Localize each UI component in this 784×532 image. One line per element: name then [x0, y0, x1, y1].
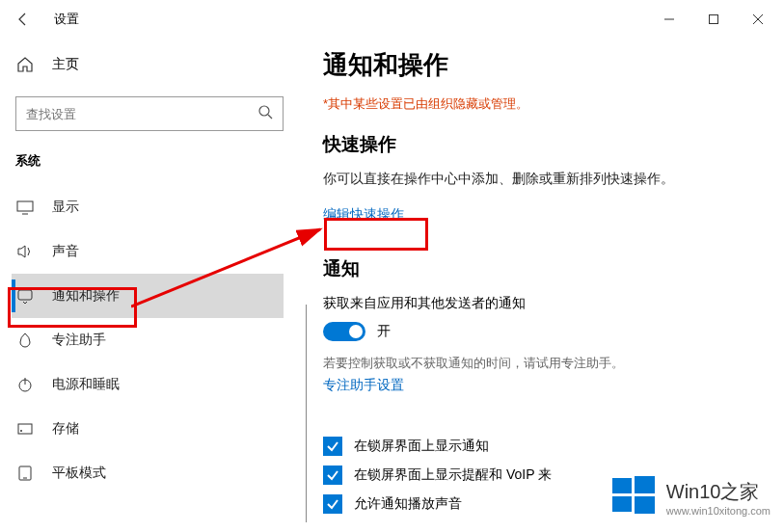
- nav-label: 声音: [52, 243, 79, 260]
- svg-rect-4: [17, 201, 33, 211]
- checkbox-lockscreen-notify[interactable]: [323, 437, 342, 456]
- watermark-brand: Win10之家: [666, 479, 770, 505]
- svg-rect-16: [612, 496, 632, 512]
- check-label: 允许通知播放声音: [354, 495, 462, 513]
- svg-rect-1: [710, 15, 718, 24]
- svg-point-2: [259, 106, 269, 116]
- nav-item-power[interactable]: 电源和睡眠: [12, 362, 284, 407]
- notifications-icon: [15, 287, 35, 305]
- nav-label: 通知和操作: [52, 287, 120, 305]
- policy-warning: *其中某些设置已由组织隐藏或管理。: [323, 95, 765, 113]
- nav-label: 电源和睡眠: [52, 376, 120, 393]
- notifications-heading: 通知: [323, 256, 765, 281]
- storage-icon: [15, 420, 35, 438]
- back-button[interactable]: [4, 0, 42, 39]
- home-link[interactable]: 主页: [15, 46, 284, 83]
- nav-item-notifications[interactable]: 通知和操作: [12, 274, 284, 318]
- focus-icon: [15, 332, 35, 349]
- display-icon: [15, 199, 35, 216]
- svg-rect-14: [612, 478, 632, 493]
- svg-rect-9: [18, 424, 32, 434]
- focus-assist-link[interactable]: 专注助手设置: [323, 377, 404, 394]
- nav-label: 专注助手: [52, 332, 106, 349]
- nav-label: 存储: [52, 420, 79, 438]
- divider: [306, 305, 307, 522]
- minimize-button[interactable]: [647, 4, 691, 35]
- checkbox-lockscreen-voip[interactable]: [323, 466, 342, 485]
- svg-rect-6: [18, 290, 32, 300]
- nav-item-tablet[interactable]: 平板模式: [12, 451, 284, 495]
- toggle-state: 开: [377, 323, 391, 340]
- watermark-url: www.win10xitong.com: [666, 505, 770, 517]
- nav-item-focus[interactable]: 专注助手: [12, 318, 284, 362]
- page-title: 通知和操作: [323, 48, 765, 82]
- close-button[interactable]: [736, 4, 780, 35]
- nav-label: 显示: [52, 199, 79, 216]
- nav-item-display[interactable]: 显示: [12, 185, 284, 229]
- nav-item-storage[interactable]: 存储: [12, 407, 284, 451]
- svg-rect-17: [635, 496, 655, 514]
- checkbox-sound[interactable]: [323, 494, 342, 514]
- tablet-icon: [15, 465, 35, 482]
- notifications-sub: 获取来自应用和其他发送者的通知: [323, 295, 765, 312]
- check-label: 在锁屏界面上显示通知: [354, 438, 489, 455]
- search-box[interactable]: [15, 96, 284, 131]
- home-label: 主页: [52, 56, 79, 73]
- nav-item-sound[interactable]: 声音: [12, 229, 284, 274]
- search-icon: [257, 104, 273, 123]
- windows-logo-icon: [610, 472, 657, 522]
- quick-actions-heading: 快速操作: [323, 132, 765, 157]
- svg-line-3: [268, 115, 272, 119]
- notifications-toggle[interactable]: [323, 322, 365, 341]
- power-icon: [15, 376, 35, 393]
- edit-quick-actions-link[interactable]: 编辑快速操作: [323, 206, 404, 224]
- maximize-button[interactable]: [691, 4, 736, 35]
- nav-label: 平板模式: [52, 465, 106, 482]
- focus-hint: 若要控制获取或不获取通知的时间，请试用专注助手。: [323, 355, 765, 372]
- home-icon: [15, 56, 35, 73]
- watermark: Win10之家 www.win10xitong.com: [610, 472, 770, 522]
- sound-icon: [15, 243, 35, 260]
- svg-rect-15: [635, 476, 655, 493]
- svg-point-10: [20, 430, 22, 432]
- search-input[interactable]: [26, 107, 257, 121]
- category-heading: 系统: [15, 152, 284, 170]
- window-title: 设置: [54, 11, 79, 28]
- quick-actions-desc: 你可以直接在操作中心中添加、删除或重新排列快速操作。: [323, 171, 765, 188]
- check-label: 在锁屏界面上显示提醒和 VoIP 来: [354, 466, 552, 484]
